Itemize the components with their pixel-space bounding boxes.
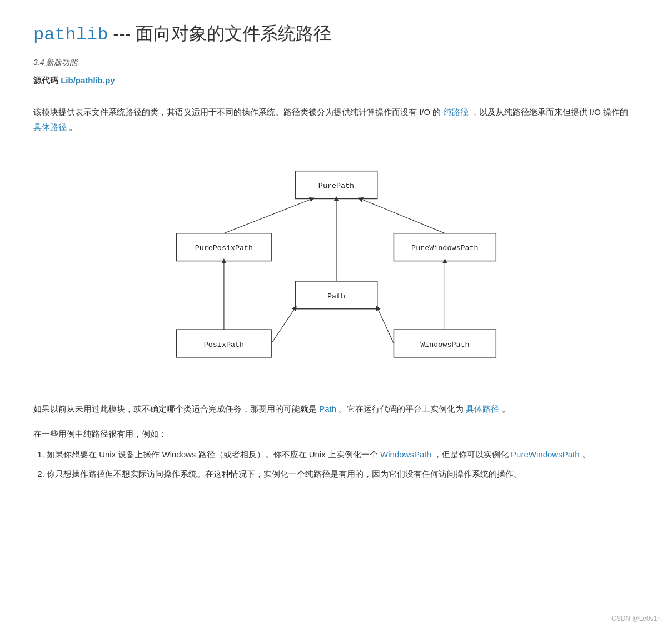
list-item-1: 如果你想要在 Unix 设备上操作 Windows 路径（或者相反）。你不应在 … [47, 447, 639, 462]
divider [33, 94, 639, 94]
path-label: Path [327, 292, 345, 300]
desc-block-2: 在一些用例中纯路径很有用，例如： [33, 426, 639, 441]
intro-text-after: 。 [69, 122, 77, 132]
intro-paragraph: 该模块提供表示文件系统路径的类，其语义适用于不同的操作系统。路径类被分为提供纯计… [33, 104, 639, 134]
pure-path-link[interactable]: 纯路径 [444, 107, 469, 117]
concrete-path-link2[interactable]: 具体路径 [466, 404, 499, 413]
source-code-label: 源代码 [33, 76, 58, 85]
source-code-line: 源代码 Lib/pathlib.py [33, 76, 639, 86]
windowspath-label: WindowsPath [420, 340, 469, 348]
use-case-list: 如果你想要在 Unix 设备上操作 Windows 路径（或者相反）。你不应在 … [33, 447, 639, 481]
concrete-path-link[interactable]: 具体路径 [33, 122, 67, 132]
item2-text: 你只想操作路径但不想实际访问操作系统。在这种情况下，实例化一个纯路径是有用的，因… [47, 469, 522, 479]
windowspath-link[interactable]: WindowsPath [380, 450, 431, 459]
item1-text-before: 如果你想要在 Unix 设备上操作 Windows 路径（或者相反）。你不应在 … [47, 450, 378, 459]
posixpath-label: PosixPath [203, 340, 243, 348]
path-link[interactable]: Path [319, 404, 336, 413]
arrow-windows-to-path [377, 307, 394, 343]
source-code-link[interactable]: Lib/pathlib.py [61, 76, 115, 85]
title-code: pathlib [33, 24, 108, 45]
desc1-text-middle: 。它在运行代码的平台上实例化为 [339, 404, 464, 413]
page-title: pathlib --- 面向对象的文件系统路径 [33, 22, 639, 47]
version-note: 3.4 新版功能. [33, 58, 639, 68]
item1-text-after: 。 [582, 450, 590, 459]
list-item-2: 你只想操作路径但不想实际访问操作系统。在这种情况下，实例化一个纯路径是有用的，因… [47, 466, 639, 481]
arrow-pureposix-to-purepath [223, 198, 312, 233]
desc-block-1: 如果以前从未用过此模块，或不确定哪个类适合完成任务，那要用的可能就是 Path … [33, 401, 639, 416]
class-diagram: PurePath PurePosixPath PureWindowsPath P… [33, 151, 639, 385]
diagram-svg: PurePath PurePosixPath PureWindowsPath P… [147, 151, 525, 385]
pureposixpath-label: PurePosixPath [195, 244, 252, 252]
desc1-text-before: 如果以前从未用过此模块，或不确定哪个类适合完成任务，那要用的可能就是 [33, 404, 317, 413]
purepath-label: PurePath [318, 182, 354, 190]
intro-text-before: 该模块提供表示文件系统路径的类，其语义适用于不同的操作系统。路径类被分为提供纯计… [33, 107, 441, 117]
purewindowspath-label: PureWindowsPath [411, 244, 479, 252]
item1-text-middle: ，但是你可以实例化 [434, 450, 509, 459]
purewindowspath-link[interactable]: PureWindowsPath [511, 450, 579, 459]
title-chinese: 面向对象的文件系统路径 [136, 23, 331, 43]
arrow-purewindows-to-purepath [360, 198, 445, 233]
intro-text-middle: ，以及从纯路径继承而来但提供 I/O 操作的 [471, 107, 628, 117]
arrow-posix-to-path [271, 307, 295, 343]
desc1-text-after: 。 [502, 404, 510, 413]
title-separator: --- [113, 23, 136, 43]
